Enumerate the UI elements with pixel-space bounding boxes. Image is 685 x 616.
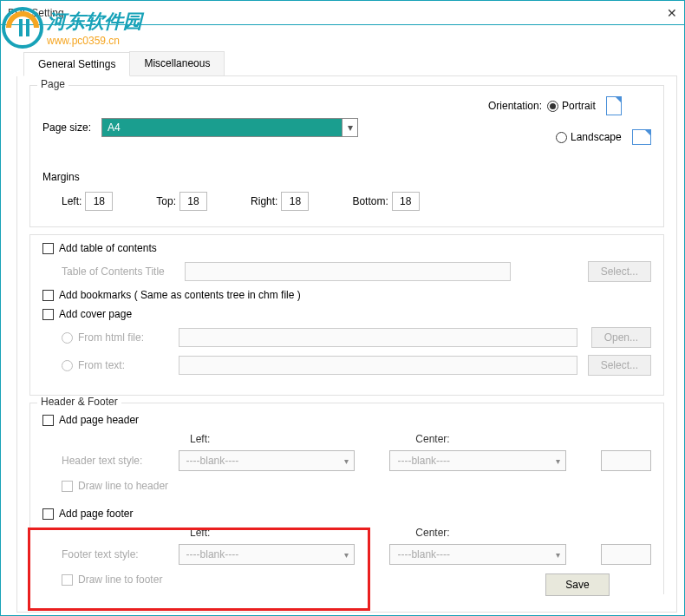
header-center-combo[interactable]: ----blank----▾ bbox=[389, 450, 566, 471]
checkbox-draw-line-footer[interactable] bbox=[62, 574, 73, 586]
add-header-label: Add page header bbox=[59, 414, 139, 426]
page-size-label: Page size: bbox=[42, 121, 101, 134]
chevron-down-icon: ▾ bbox=[342, 119, 357, 136]
footer-right-combo[interactable] bbox=[601, 544, 651, 565]
hf-col-center-2: Center: bbox=[320, 527, 545, 539]
header-style-label: Header text style: bbox=[62, 455, 179, 467]
tab-bar: General Settings Miscellaneous bbox=[23, 51, 677, 76]
title-bar: PDF Setting ✕ bbox=[0, 0, 685, 24]
header-left-combo[interactable]: ----blank----▾ bbox=[179, 450, 356, 471]
hf-col-left-2: Left: bbox=[190, 527, 320, 539]
radio-from-html[interactable] bbox=[62, 332, 73, 344]
add-footer-label: Add page footer bbox=[59, 508, 133, 520]
page-group-title: Page bbox=[37, 78, 68, 90]
checkbox-draw-line-header[interactable] bbox=[62, 481, 73, 492]
add-bookmarks-label: Add bookmarks ( Same as contents tree in… bbox=[59, 289, 301, 301]
hf-group-title: Header & Footer bbox=[37, 396, 121, 408]
from-html-label: From html file: bbox=[78, 331, 179, 344]
hf-col-right-2: Right: bbox=[545, 527, 677, 539]
close-icon[interactable]: ✕ bbox=[667, 6, 677, 20]
radio-portrait[interactable] bbox=[547, 101, 558, 112]
checkbox-add-footer[interactable] bbox=[42, 508, 54, 520]
chevron-down-icon: ▾ bbox=[556, 456, 560, 466]
footer-left-combo[interactable]: ----blank----▾ bbox=[179, 544, 356, 565]
margin-bottom-input[interactable] bbox=[392, 192, 420, 211]
add-toc-label: Add table of contents bbox=[59, 242, 157, 254]
margin-right-input[interactable] bbox=[281, 192, 309, 211]
chevron-down-icon: ▾ bbox=[556, 550, 560, 560]
checkbox-add-cover[interactable] bbox=[42, 309, 54, 320]
margin-left-input[interactable] bbox=[85, 192, 113, 211]
margin-left-label: Left: bbox=[62, 195, 82, 207]
footer-style-label: Footer text style: bbox=[62, 548, 179, 560]
landscape-icon bbox=[632, 129, 651, 145]
open-button[interactable]: Open... bbox=[591, 327, 651, 348]
tab-miscellaneous[interactable]: Miscellaneous bbox=[129, 51, 225, 75]
radio-landscape[interactable] bbox=[556, 132, 567, 143]
select-button-2[interactable]: Select... bbox=[588, 355, 651, 376]
footer-center-combo[interactable]: ----blank----▾ bbox=[389, 544, 566, 565]
tab-general-settings[interactable]: General Settings bbox=[23, 52, 130, 76]
draw-line-footer-label: Draw line to footer bbox=[78, 573, 162, 586]
chevron-down-icon: ▾ bbox=[344, 456, 349, 466]
checkbox-add-header[interactable] bbox=[42, 415, 54, 426]
margin-top-input[interactable] bbox=[179, 192, 207, 211]
window-title: PDF Setting bbox=[8, 7, 64, 19]
toc-group: Add table of contents Table of Contents … bbox=[29, 234, 664, 396]
header-footer-group: Header & Footer Add page header Left: Ce… bbox=[29, 403, 664, 594]
page-size-value: A4 bbox=[108, 121, 121, 134]
orientation-label: Orientation: bbox=[488, 100, 542, 112]
header-right-combo[interactable] bbox=[601, 450, 651, 471]
hf-col-right: Right: bbox=[545, 433, 677, 445]
radio-from-text[interactable] bbox=[62, 360, 73, 371]
portrait-label: Portrait bbox=[562, 100, 596, 112]
from-text-input[interactable] bbox=[179, 356, 577, 375]
checkbox-add-bookmarks[interactable] bbox=[42, 290, 54, 301]
toc-title-input[interactable] bbox=[185, 262, 511, 281]
from-html-input[interactable] bbox=[179, 328, 577, 347]
add-cover-label: Add cover page bbox=[59, 308, 132, 320]
save-button[interactable]: Save bbox=[545, 573, 610, 596]
chevron-down-icon: ▾ bbox=[344, 550, 349, 560]
margin-bottom-label: Bottom: bbox=[352, 195, 388, 207]
toc-title-label: Table of Contents Title bbox=[62, 265, 185, 278]
checkbox-add-toc[interactable] bbox=[42, 243, 54, 254]
from-text-label: From text: bbox=[78, 359, 179, 371]
hf-col-center: Center: bbox=[320, 433, 545, 445]
toc-select-button[interactable]: Select... bbox=[588, 261, 651, 282]
portrait-icon bbox=[606, 96, 622, 115]
margin-top-label: Top: bbox=[156, 195, 176, 207]
page-group: Page Page size: A4 ▾ Orientation: Portra… bbox=[29, 85, 664, 227]
margin-right-label: Right: bbox=[251, 195, 277, 207]
hf-col-left: Left: bbox=[190, 433, 320, 445]
draw-line-header-label: Draw line to header bbox=[78, 480, 168, 492]
page-size-select[interactable]: A4 ▾ bbox=[101, 118, 358, 137]
landscape-label: Landscape bbox=[571, 131, 622, 143]
settings-panel: Page Page size: A4 ▾ Orientation: Portra… bbox=[16, 76, 677, 613]
margins-label: Margins bbox=[42, 171, 651, 183]
